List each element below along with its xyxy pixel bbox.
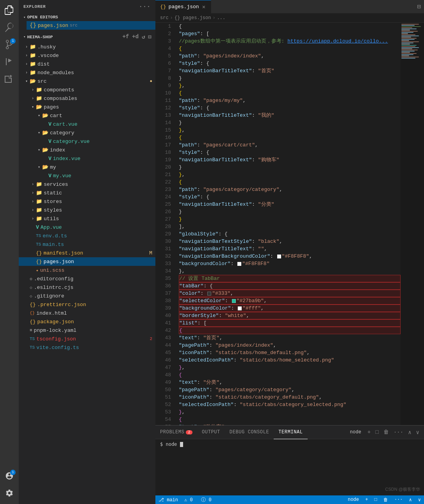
code-line-20: }: [179, 164, 401, 171]
tree-item-src[interactable]: ▾ 📂 src ●: [19, 77, 155, 85]
search-icon[interactable]: [2, 20, 16, 34]
terminal-down-btn[interactable]: ∨: [415, 428, 421, 436]
settings-icon[interactable]: [2, 486, 16, 500]
status-trash[interactable]: 🗑: [380, 495, 391, 504]
code-line-9: },: [179, 82, 401, 89]
tree-item-cart-vue[interactable]: V cart.vue: [19, 120, 155, 128]
terminal-add-btn[interactable]: +: [366, 428, 372, 436]
tree-item-prettierrc[interactable]: {} .prettierrc.json: [19, 300, 155, 309]
file-tree: › 📁 .husky › 📁 .vscode › 📁 dist › 📁 node…: [19, 43, 155, 504]
panel-tab-problems[interactable]: PROBLEMS 2: [155, 426, 197, 439]
code-line-36: "tabBar": {: [179, 282, 401, 290]
source-control-icon[interactable]: 1: [2, 37, 16, 52]
panel-tab-output[interactable]: OUTPUT: [197, 426, 225, 439]
tree-item-cart-folder[interactable]: ▾ 📂 cart: [19, 111, 155, 120]
tree-item-tsconfig-json[interactable]: TS tsconfig.json 2: [19, 335, 155, 343]
tree-item-gitignore[interactable]: ◇ .gitignore: [19, 292, 155, 300]
editor-layout-icon[interactable]: ⊟: [414, 3, 424, 11]
open-editors-section[interactable]: ▾ OPEN EDITORS: [19, 13, 155, 21]
status-chevron-up[interactable]: ∧: [406, 495, 415, 504]
tree-item-eslintrc[interactable]: ◇ .eslintrc.cjs: [19, 283, 155, 292]
new-folder-icon[interactable]: +d: [131, 33, 139, 41]
code-line-46: "selectedIconPath": "static/tabs/home_se…: [179, 356, 401, 364]
tree-item-pnpm-lock[interactable]: ≡ pnpm-lock.yaml: [19, 326, 155, 335]
run-icon[interactable]: [2, 55, 16, 69]
files-icon[interactable]: [2, 3, 16, 17]
open-editors-list: {} pages.json src: [19, 21, 155, 30]
cursor: [180, 442, 183, 447]
tree-item-styles[interactable]: › 📁 styles: [19, 206, 155, 214]
tree-item-vscode[interactable]: › 📁 .vscode: [19, 51, 155, 60]
open-editor-pages-json[interactable]: {} pages.json src: [27, 21, 155, 30]
manifest-modified: M: [149, 250, 152, 256]
tab-close-button[interactable]: ✕: [201, 3, 206, 11]
code-line-18: "style": {: [179, 149, 401, 156]
tree-item-app-vue[interactable]: V App.vue: [19, 223, 155, 232]
new-file-icon[interactable]: +f: [122, 33, 130, 41]
tree-item-index-vue[interactable]: V index.vue: [19, 154, 155, 163]
code-line-17: "path": "pages/cart/cart",: [179, 141, 401, 149]
tree-item-node-modules[interactable]: › 📁 node_modules: [19, 68, 155, 77]
tree-item-category-folder[interactable]: ▾ 📂 category: [19, 128, 155, 137]
panel-tab-debug[interactable]: DEBUG CONSOLE: [225, 426, 274, 439]
status-more[interactable]: ···: [391, 495, 406, 504]
tree-item-index-folder[interactable]: ▾ 📂 index: [19, 146, 155, 154]
code-line-24: "style": {: [179, 193, 401, 201]
tree-item-static[interactable]: › 📁 static: [19, 189, 155, 197]
tree-item-services[interactable]: › 📁 services: [19, 180, 155, 189]
editor-code-area[interactable]: 1234567891011121314151617181920212223242…: [155, 23, 424, 425]
tree-item-my-vue[interactable]: V my.vue: [19, 171, 155, 180]
code-line-32: "navigationBarBackgroundColor": "#F8F8F8…: [179, 253, 401, 260]
tree-item-utils[interactable]: › 📁 utils: [19, 214, 155, 223]
tree-item-pages-json[interactable]: {} pages.json: [19, 257, 155, 266]
code-line-19: "navigationBarTitleText": "购物车": [179, 156, 401, 164]
tree-item-composables[interactable]: › 📁 composables: [19, 94, 155, 103]
status-split[interactable]: □: [371, 495, 380, 504]
status-node[interactable]: node: [345, 495, 362, 504]
status-chevron-down[interactable]: ∨: [415, 495, 424, 504]
tree-item-components[interactable]: › 📁 components: [19, 85, 155, 94]
line-numbers: 1234567891011121314151617181920212223242…: [155, 23, 175, 425]
code-line-23: "path": "pages/category/category",: [179, 186, 401, 193]
code-content[interactable]: { "pages": [ //pages数组中第一项表示应用启动页，参考: ht…: [175, 23, 401, 425]
tree-item-category-vue[interactable]: V category.vue: [19, 137, 155, 146]
activity-bar: 1 1: [0, 0, 19, 504]
panel-tab-terminal[interactable]: TERMINAL: [274, 426, 307, 439]
extensions-icon[interactable]: [2, 72, 16, 86]
tree-item-uni-scss[interactable]: ✦ uni.scss: [19, 266, 155, 274]
terminal-split-btn[interactable]: □: [374, 428, 380, 436]
tree-item-dist[interactable]: › 📁 dist: [19, 60, 155, 68]
collapse-all-icon[interactable]: ⊟: [148, 33, 152, 41]
tree-item-vite-config[interactable]: TS vite.config.ts: [19, 343, 155, 352]
status-errors[interactable]: ⚠ 0 ⓘ 0: [181, 495, 215, 504]
project-header[interactable]: ▾ HEIMA-SHOP +f +d ↺ ⊟: [19, 31, 155, 43]
sidebar-header: Explorer ···: [19, 0, 155, 13]
tree-item-husky[interactable]: › 📁 .husky: [19, 43, 155, 51]
tree-item-index-html[interactable]: {} index.html: [19, 309, 155, 317]
status-bar: ⎇ main ⚠ 0 ⓘ 0 node + □ 🗑 ··· ∧ ∨: [155, 495, 424, 504]
tree-item-main-ts[interactable]: TS main.ts: [19, 240, 155, 249]
tree-item-my-folder[interactable]: ▾ 📂 my: [19, 163, 155, 171]
terminal-up-btn[interactable]: ∧: [406, 428, 413, 436]
breadcrumb: src › {} pages.json › ...: [155, 14, 424, 23]
status-git-branch[interactable]: ⎇ main: [155, 495, 181, 504]
tree-item-package-json[interactable]: {} package.json: [19, 317, 155, 326]
sidebar-more-icon[interactable]: ···: [139, 3, 151, 10]
tree-item-env-ts[interactable]: TS env.d.ts: [19, 232, 155, 240]
status-add[interactable]: +: [362, 495, 371, 504]
terminal-more-btn[interactable]: ···: [392, 428, 405, 436]
tree-item-stores[interactable]: › 📁 stores: [19, 197, 155, 206]
code-line-50: "pagePath": "pages/category/category",: [179, 386, 401, 394]
code-line-39: "backgroundColor": "#fff",: [179, 305, 401, 312]
tab-bar: {} pages.json ✕ ⊟: [155, 0, 424, 14]
refresh-icon[interactable]: ↺: [141, 33, 146, 41]
code-line-54: {: [179, 416, 401, 423]
terminal-trash-btn[interactable]: 🗑: [382, 428, 390, 436]
tree-item-editorconfig[interactable]: ⚙ .editorconfig: [19, 274, 155, 283]
tree-item-pages[interactable]: ▾ 📂 pages: [19, 103, 155, 111]
tab-pages-json[interactable]: {} pages.json ✕: [155, 0, 211, 14]
tree-item-manifest-json[interactable]: {} manifest.json M: [19, 249, 155, 257]
code-line-51: "iconPath": "static/tabs/category_defaul…: [179, 394, 401, 401]
account-icon[interactable]: 1: [2, 469, 16, 483]
code-line-7: "navigationBarTitleText": "首页": [179, 67, 401, 75]
